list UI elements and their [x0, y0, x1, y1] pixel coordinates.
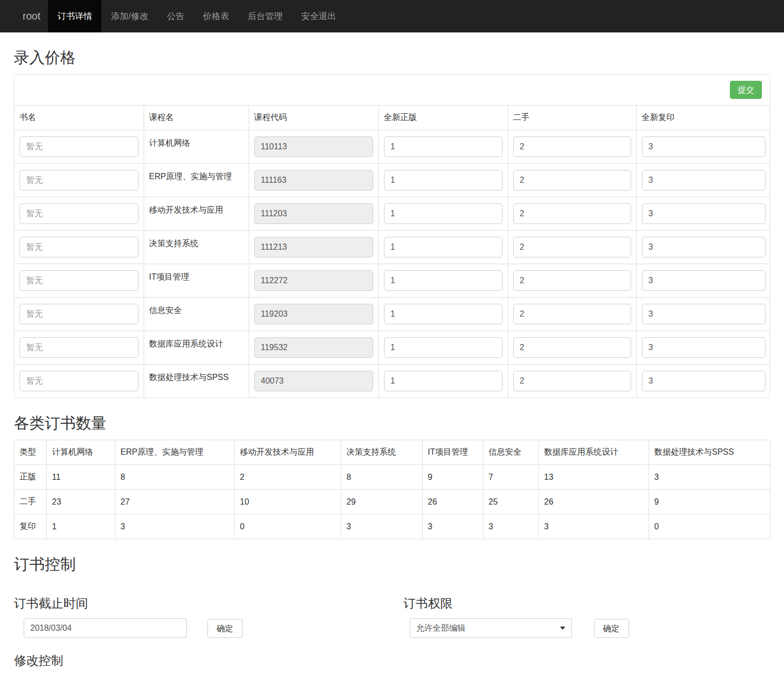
used-price-input[interactable] [513, 237, 631, 257]
permission-form-row: 允许全部编辑 确定 [410, 618, 771, 638]
price-table-row: IT项目管理 [14, 264, 770, 298]
new-copy-price-input[interactable] [642, 237, 766, 257]
course-name-cell: 计算机网络 [144, 130, 249, 164]
used-price-input[interactable] [513, 371, 631, 391]
nav-item-logout[interactable]: 安全退出 [292, 0, 345, 32]
qty-value-cell: 3 [649, 465, 771, 490]
course-code-input [254, 170, 373, 191]
permission-select-value: 允许全部编辑 [416, 623, 466, 634]
permission-label: 订书权限 [404, 595, 771, 612]
nav-item-price-list[interactable]: 价格表 [194, 0, 238, 32]
qty-value-cell: 3 [539, 514, 649, 539]
new-copy-price-input[interactable] [642, 270, 766, 291]
book-name-input[interactable] [20, 237, 138, 257]
course-name-cell: 数据库应用系统设计 [144, 331, 249, 365]
qty-col-header: IT项目管理 [423, 440, 483, 465]
permission-select[interactable]: 允许全部编辑 [410, 618, 572, 638]
qty-value-cell: 0 [649, 514, 771, 539]
new-genuine-price-input[interactable] [384, 371, 502, 391]
col-header-course-code: 课程代码 [249, 106, 378, 130]
new-genuine-price-input[interactable] [384, 203, 502, 224]
price-table-row: 计算机网络 [14, 130, 770, 164]
course-code-input [254, 270, 373, 291]
qty-col-header: 数据处理技术与SPSS [649, 440, 771, 465]
deadline-date-input[interactable] [24, 618, 187, 638]
price-entry-panel: 提交 书名 课程名 课程代码 全新正版 二手 全新复印 计算机网络 [14, 74, 770, 398]
nav-item-add-modify[interactable]: 添加/修改 [101, 0, 158, 32]
used-price-input[interactable] [513, 136, 631, 157]
new-copy-price-input[interactable] [642, 304, 766, 324]
new-genuine-price-input[interactable] [384, 304, 502, 324]
book-name-input[interactable] [20, 203, 138, 224]
qty-value-cell: 0 [235, 514, 341, 539]
qty-value-cell: 3 [341, 514, 423, 539]
new-genuine-price-input[interactable] [384, 270, 502, 291]
order-control-title: 订书控制 [14, 554, 770, 575]
order-control-columns: 订书截止时间 确定 修改控制 订书权限 允许全部编辑 确定 [14, 581, 770, 674]
qty-value-cell: 9 [423, 465, 483, 490]
book-name-input[interactable] [20, 337, 138, 358]
new-genuine-price-input[interactable] [384, 136, 502, 157]
navbar: root 订书详情 添加/修改 公告 价格表 后台管理 安全退出 [0, 0, 784, 32]
used-price-input[interactable] [513, 337, 631, 358]
price-table-row: 信息安全 [14, 298, 770, 331]
qty-value-cell: 3 [115, 514, 235, 539]
qty-value-cell: 3 [423, 514, 483, 539]
qty-value-cell: 10 [235, 490, 341, 514]
qty-value-cell: 26 [539, 490, 649, 514]
new-genuine-price-input[interactable] [384, 337, 502, 358]
nav-item-order-details[interactable]: 订书详情 [48, 0, 101, 32]
col-header-course-name: 课程名 [144, 106, 249, 130]
used-price-input[interactable] [513, 304, 631, 324]
submit-button[interactable]: 提交 [730, 81, 762, 99]
new-copy-price-input[interactable] [642, 337, 766, 358]
course-code-input [254, 203, 373, 224]
new-genuine-price-input[interactable] [384, 237, 502, 257]
book-name-input[interactable] [20, 136, 138, 157]
col-header-book-name: 书名 [14, 106, 144, 130]
new-copy-price-input[interactable] [642, 170, 766, 191]
book-name-input[interactable] [20, 371, 138, 391]
navbar-brand[interactable]: root [15, 0, 48, 32]
nav-item-announcement[interactable]: 公告 [158, 0, 194, 32]
qty-value-cell: 8 [115, 465, 235, 490]
new-copy-price-input[interactable] [642, 203, 766, 224]
new-copy-price-input[interactable] [642, 371, 766, 391]
quantity-table: 类型计算机网络ERP原理、实施与管理移动开发技术与应用决策支持系统IT项目管理信… [14, 440, 771, 539]
qty-col-header: 数据库应用系统设计 [539, 440, 649, 465]
price-table-row: 移动开发技术与应用 [14, 197, 770, 231]
qty-col-header: 信息安全 [483, 440, 539, 465]
permission-confirm-button[interactable]: 确定 [594, 619, 629, 638]
used-price-input[interactable] [513, 203, 631, 224]
qty-row-label: 复印 [14, 514, 47, 539]
qty-col-header-type: 类型 [14, 440, 47, 465]
used-price-input[interactable] [513, 270, 631, 291]
price-table-row: ERP原理、实施与管理 [14, 164, 770, 197]
qty-value-cell: 23 [47, 490, 115, 514]
deadline-form-row: 确定 [24, 618, 392, 638]
deadline-confirm-button[interactable]: 确定 [207, 619, 242, 638]
price-table-row: 数据处理技术与SPSS [14, 365, 770, 398]
new-copy-price-input[interactable] [642, 136, 766, 157]
price-table-row: 决策支持系统 [14, 231, 770, 264]
qty-value-cell: 11 [47, 465, 115, 490]
nav-item-admin[interactable]: 后台管理 [238, 0, 292, 32]
qty-value-cell: 2 [235, 465, 341, 490]
qty-value-cell: 29 [341, 490, 423, 514]
qty-value-cell: 26 [423, 490, 483, 514]
qty-value-cell: 13 [539, 465, 649, 490]
qty-col-header: 移动开发技术与应用 [235, 440, 341, 465]
permission-column: 订书权限 允许全部编辑 确定 [392, 581, 771, 674]
used-price-input[interactable] [513, 170, 631, 191]
qty-value-cell: 27 [115, 490, 235, 514]
quantity-table-row: 复印13033330 [14, 514, 771, 539]
book-name-input[interactable] [20, 170, 138, 191]
book-name-input[interactable] [20, 304, 138, 324]
chevron-down-icon [560, 627, 565, 630]
book-name-input[interactable] [20, 270, 138, 291]
qty-value-cell: 9 [649, 490, 771, 514]
new-genuine-price-input[interactable] [384, 170, 502, 191]
course-name-cell: ERP原理、实施与管理 [144, 164, 249, 197]
modify-control-label: 修改控制 [14, 652, 392, 669]
qty-col-header: 计算机网络 [47, 440, 115, 465]
